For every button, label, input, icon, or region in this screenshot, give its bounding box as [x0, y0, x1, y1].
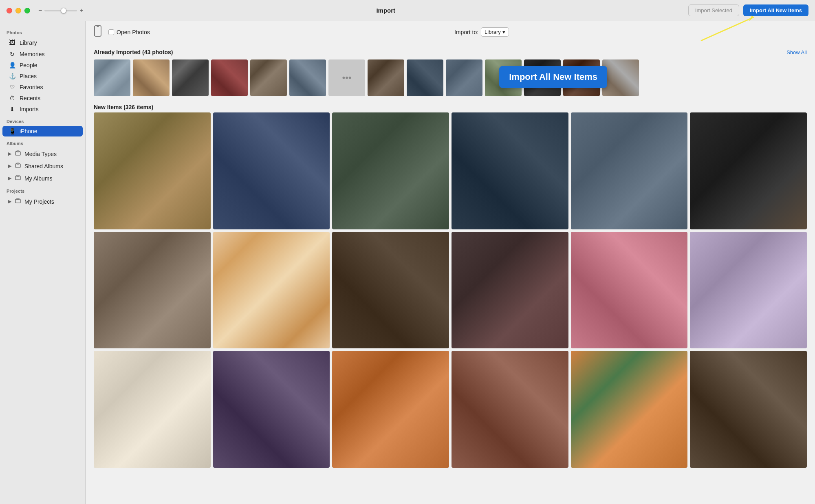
already-imported-header: Already Imported (43 photos) Show All [94, 49, 807, 55]
library-icon: 🖼 [8, 39, 16, 46]
sidebar-section-projects: Projects [0, 185, 85, 195]
imported-thumb-9[interactable] [407, 59, 443, 96]
import-toolbar: Open Photos Import to: Library ▾ [86, 21, 815, 43]
grid-thumb-14[interactable] [213, 351, 330, 468]
zoom-in-button[interactable]: + [79, 7, 83, 14]
sidebar-item-media-types[interactable]: ▶ Media Types [2, 148, 83, 160]
traffic-lights [7, 8, 30, 13]
new-items-grid [86, 112, 815, 476]
grid-thumb-6[interactable] [690, 112, 807, 229]
zoom-controls: − + [38, 7, 84, 14]
grid-thumb-1[interactable] [94, 112, 211, 229]
grid-thumb-12[interactable] [690, 232, 807, 349]
imports-icon: ⬇ [8, 106, 16, 112]
sidebar-item-people[interactable]: 👤 People [2, 60, 83, 70]
imported-photos-row: ••• [94, 59, 807, 96]
sidebar-item-label-places: Places [20, 73, 37, 79]
import-all-button[interactable]: Import All New Items [743, 4, 808, 16]
my-projects-icon [14, 198, 22, 205]
chevron-down-icon: ▾ [502, 29, 505, 35]
imported-thumb-8[interactable] [368, 59, 404, 96]
imported-thumb-13[interactable] [563, 59, 600, 96]
phone-outline-icon [94, 25, 102, 39]
imported-thumb-7[interactable]: ••• [328, 59, 365, 96]
library-dropdown-label: Library [485, 29, 501, 35]
sidebar-item-label-imports: Imports [20, 106, 39, 112]
sidebar-item-recents[interactable]: ⏱ Recents [2, 93, 83, 103]
grid-thumb-9[interactable] [332, 232, 449, 349]
library-dropdown[interactable]: Library ▾ [481, 27, 509, 37]
imported-thumb-11[interactable] [485, 59, 522, 96]
new-items-title: New Items (326 items) [94, 104, 153, 110]
zoom-thumb[interactable] [61, 8, 66, 13]
grid-thumb-18[interactable] [690, 351, 807, 468]
title-actions: Import Selected Import All New Items [688, 4, 808, 16]
sidebar-item-memories[interactable]: ↻ Memories [2, 49, 83, 59]
sidebar-item-places[interactable]: ⚓ Places [2, 71, 83, 81]
sidebar-item-iphone[interactable]: 📱 iPhone [2, 126, 83, 136]
sidebar-item-imports[interactable]: ⬇ Imports [2, 104, 83, 114]
sidebar-item-shared-albums[interactable]: ▶ Shared Albums [2, 160, 83, 172]
grid-thumb-8[interactable] [213, 232, 330, 349]
chevron-right-icon-3: ▶ [8, 176, 11, 181]
grid-thumb-4[interactable] [452, 112, 568, 229]
grid-thumb-5[interactable] [571, 112, 688, 229]
imported-thumb-2[interactable] [133, 59, 170, 96]
shared-albums-icon [14, 162, 22, 170]
already-imported-title: Already Imported (43 photos) [94, 49, 173, 55]
iphone-icon: 📱 [8, 128, 16, 134]
svg-rect-8 [95, 26, 101, 36]
sidebar-item-label-favorites: Favorites [20, 84, 43, 90]
close-button[interactable] [7, 8, 12, 13]
chevron-right-icon: ▶ [8, 151, 11, 156]
imported-thumb-3[interactable] [172, 59, 209, 96]
grid-thumb-16[interactable] [452, 351, 568, 468]
zoom-slider[interactable] [44, 10, 77, 11]
sidebar-item-label-my-albums: My Albums [24, 175, 52, 182]
open-photos-label: Open Photos [117, 29, 150, 35]
new-items-header: New Items (326 items) [86, 99, 815, 112]
places-icon: ⚓ [8, 73, 16, 79]
favorites-icon: ♡ [8, 84, 16, 90]
sidebar-item-my-albums[interactable]: ▶ My Albums [2, 172, 83, 184]
zoom-out-button[interactable]: − [38, 7, 42, 14]
grid-thumb-3[interactable] [332, 112, 449, 229]
imported-thumb-5[interactable] [250, 59, 287, 96]
open-photos-checkbox[interactable] [108, 29, 114, 35]
sidebar-section-devices: Devices [0, 115, 85, 125]
grid-thumb-15[interactable] [332, 351, 449, 468]
imported-thumb-1[interactable] [94, 59, 130, 96]
grid-thumb-7[interactable] [94, 232, 211, 349]
main-content: Open Photos Import to: Library ▾ Already… [86, 21, 815, 504]
grid-thumb-2[interactable] [213, 112, 330, 229]
sidebar: Photos 🖼 Library ↻ Memories 👤 People ⚓ P… [0, 21, 86, 504]
window-title: Import [84, 7, 688, 14]
sidebar-item-label-media-types: Media Types [24, 151, 57, 157]
grid-thumb-10[interactable] [452, 232, 568, 349]
imported-thumb-14[interactable] [602, 59, 639, 96]
sidebar-section-photos: Photos [0, 26, 85, 37]
imported-thumb-6[interactable] [289, 59, 326, 96]
import-selected-button[interactable]: Import Selected [688, 4, 739, 16]
show-all-link[interactable]: Show All [786, 49, 807, 55]
imported-thumb-10[interactable] [446, 59, 482, 96]
open-photos-checkbox-group[interactable]: Open Photos [108, 29, 150, 35]
sidebar-item-favorites[interactable]: ♡ Favorites [2, 82, 83, 92]
grid-thumb-17[interactable] [571, 351, 688, 468]
sidebar-section-albums: Albums [0, 137, 85, 147]
minimize-button[interactable] [15, 8, 21, 13]
already-imported-section: Already Imported (43 photos) Show All ••… [86, 43, 815, 99]
imported-thumb-12[interactable] [524, 59, 561, 96]
import-to-label: Import to: [454, 29, 478, 35]
title-bar: − + Import Import Selected Import All Ne… [0, 0, 815, 21]
sidebar-item-library[interactable]: 🖼 Library [2, 37, 83, 48]
sidebar-item-my-projects[interactable]: ▶ My Projects [2, 196, 83, 207]
sidebar-item-label-recents: Recents [20, 95, 40, 101]
grid-thumb-11[interactable] [571, 232, 688, 349]
my-albums-icon [14, 174, 22, 182]
import-to-group: Import to: Library ▾ [454, 27, 509, 37]
imported-thumb-4[interactable] [211, 59, 248, 96]
maximize-button[interactable] [24, 8, 30, 13]
sidebar-item-label-library: Library [20, 40, 37, 46]
grid-thumb-13[interactable] [94, 351, 211, 468]
